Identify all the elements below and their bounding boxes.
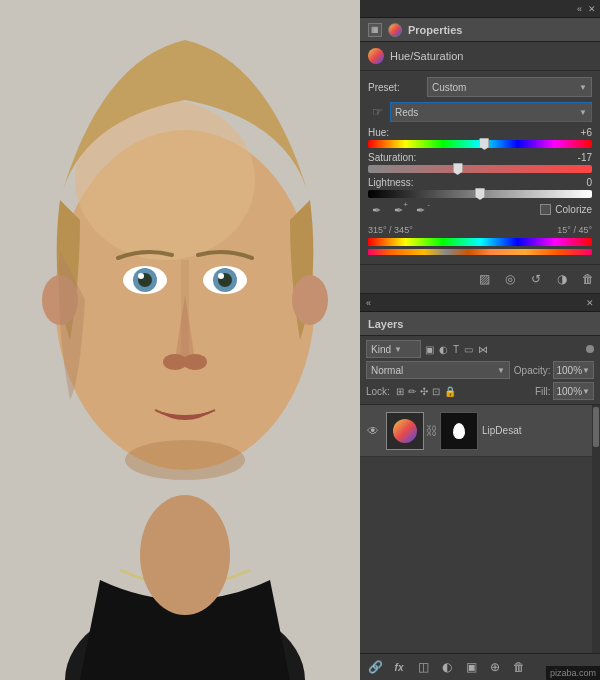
bottom-layer-tools-group: 🔗 fx ◫ ◐ ▣ ⊕ 🗑 bbox=[366, 658, 528, 676]
svg-point-17 bbox=[125, 440, 245, 480]
lock-all-icon[interactable]: 🔒 bbox=[444, 386, 456, 397]
hue-label: Hue: bbox=[368, 127, 389, 138]
lightness-label-row: Lightness: 0 bbox=[368, 177, 592, 188]
mask-white-spot bbox=[453, 423, 465, 439]
photo-background bbox=[0, 0, 370, 680]
lock-move-icon[interactable]: ✣ bbox=[420, 386, 428, 397]
type-filter-icon[interactable]: T bbox=[453, 344, 459, 355]
lock-position-icon[interactable]: ✏ bbox=[408, 386, 416, 397]
saturation-label: Saturation: bbox=[368, 152, 416, 163]
layers-controls: Kind ▼ ▣ ◐ T ▭ ⋈ Normal ▼ bbox=[360, 336, 600, 405]
kind-select[interactable]: Kind ▼ bbox=[366, 340, 421, 358]
layer-mask-thumbnail bbox=[440, 412, 478, 450]
svg-point-10 bbox=[138, 273, 144, 279]
lock-fill-row: Lock: ⊞ ✏ ✣ ⊡ 🔒 Fill: 100% ▼ bbox=[366, 382, 594, 400]
layer-filter-icons: ▣ ◐ T ▭ ⋈ bbox=[425, 344, 582, 355]
layer-visibility-toggle[interactable]: 👁 bbox=[364, 424, 382, 438]
eyedropper-icon[interactable]: ✒ bbox=[368, 202, 384, 218]
lock-artboard-icon[interactable]: ⊡ bbox=[432, 386, 440, 397]
layers-title-bar: « ✕ bbox=[360, 294, 600, 312]
properties-title-bar: « ✕ bbox=[360, 0, 600, 18]
adjustment-layer-thumbnail bbox=[386, 412, 424, 450]
properties-panel-header: ▦ ● Properties bbox=[360, 18, 600, 42]
lightness-slider-thumb[interactable] bbox=[475, 188, 485, 200]
hs-thumb-icon bbox=[393, 419, 417, 443]
blend-mode-select[interactable]: Normal ▼ bbox=[366, 361, 510, 379]
lock-icons-group: ⊞ ✏ ✣ ⊡ 🔒 bbox=[396, 386, 456, 397]
lightness-slider-row: Lightness: 0 bbox=[368, 177, 592, 198]
eyedropper-plus-icon[interactable]: ✒+ bbox=[390, 202, 406, 218]
fill-label: Fill: bbox=[535, 386, 551, 397]
layers-close-icon[interactable]: ✕ bbox=[586, 298, 594, 308]
layer-fx-button[interactable]: fx bbox=[390, 658, 408, 676]
opacity-arrow-icon: ▼ bbox=[582, 366, 590, 375]
panel-circle-icon: ● bbox=[388, 23, 402, 37]
opacity-label: Opacity: bbox=[514, 365, 551, 376]
mask-bottom-tool[interactable]: ▨ bbox=[474, 269, 494, 289]
svg-point-14 bbox=[218, 273, 224, 279]
lightness-value: 0 bbox=[567, 177, 592, 188]
preset-arrow-icon: ▼ bbox=[579, 83, 587, 92]
channel-row: ☞ Reds ▼ bbox=[368, 102, 592, 122]
channel-select[interactable]: Reds ▼ bbox=[390, 102, 592, 122]
delete-bottom-tool[interactable]: 🗑 bbox=[578, 269, 598, 289]
close-icon[interactable]: ✕ bbox=[588, 4, 596, 14]
adjustment-filter-icon[interactable]: ◐ bbox=[439, 344, 448, 355]
new-group-button[interactable]: ▣ bbox=[462, 658, 480, 676]
kind-label: Kind bbox=[371, 344, 391, 355]
lock-pixels-icon[interactable]: ⊞ bbox=[396, 386, 404, 397]
opacity-input[interactable]: 100% ▼ bbox=[553, 361, 595, 379]
channel-mask-bottom-tool[interactable]: ◑ bbox=[552, 269, 572, 289]
visibility-bottom-tool[interactable]: ◎ bbox=[500, 269, 520, 289]
degree-row: 315° / 345° 15° / 45° bbox=[368, 225, 592, 235]
preset-select[interactable]: Custom ▼ bbox=[427, 77, 592, 97]
kind-arrow-icon: ▼ bbox=[394, 345, 402, 354]
degree-left: 315° / 345° bbox=[368, 225, 413, 235]
hue-slider-thumb[interactable] bbox=[479, 138, 489, 150]
delete-layer-button[interactable]: 🗑 bbox=[510, 658, 528, 676]
opacity-group: Opacity: 100% ▼ bbox=[514, 361, 594, 379]
filter-toggle[interactable] bbox=[586, 345, 594, 353]
new-layer-button[interactable]: ⊕ bbox=[486, 658, 504, 676]
pixel-filter-icon[interactable]: ▣ bbox=[425, 344, 434, 355]
layers-scrollbar[interactable] bbox=[592, 405, 600, 653]
adjustment-type-label: Hue/Saturation bbox=[390, 50, 463, 62]
layers-collapse-icon[interactable]: « bbox=[366, 298, 371, 308]
fill-value: 100% bbox=[557, 386, 583, 397]
reset-bottom-tool[interactable]: ↺ bbox=[526, 269, 546, 289]
saturation-slider-row: Saturation: -17 bbox=[368, 152, 592, 173]
svg-point-6 bbox=[292, 275, 328, 325]
hue-value: +6 bbox=[567, 127, 592, 138]
eyedropper-tools: ✒ ✒+ ✒- bbox=[368, 202, 428, 218]
smart-filter-icon[interactable]: ⋈ bbox=[478, 344, 488, 355]
layer-item[interactable]: 👁 ⛓ LipDesat bbox=[360, 405, 600, 457]
collapse-icon[interactable]: « bbox=[577, 4, 582, 14]
layers-panel: Layers Kind ▼ ▣ ◐ T ▭ ⋈ bbox=[360, 312, 600, 680]
svg-point-2 bbox=[140, 495, 230, 615]
scroll-thumb[interactable] bbox=[593, 407, 599, 447]
hue-slider-track[interactable] bbox=[368, 140, 592, 148]
preset-value: Custom bbox=[432, 82, 466, 93]
spectrum-bar-original bbox=[368, 238, 592, 246]
properties-bottom-tools: ▨ ◎ ↺ ◑ 🗑 bbox=[360, 264, 600, 293]
spectrum-bar-adjusted bbox=[368, 249, 592, 255]
finger-tool-icon[interactable]: ☞ bbox=[368, 103, 386, 121]
saturation-slider-thumb[interactable] bbox=[453, 163, 463, 175]
lightness-slider-track[interactable] bbox=[368, 190, 592, 198]
add-mask-button[interactable]: ◫ bbox=[414, 658, 432, 676]
watermark: pizaba.com bbox=[546, 666, 600, 680]
blend-mode-value: Normal bbox=[371, 365, 403, 376]
fill-arrow-icon: ▼ bbox=[582, 387, 590, 396]
panel-grid-icon: ▦ bbox=[368, 23, 382, 37]
add-adjustment-button[interactable]: ◐ bbox=[438, 658, 456, 676]
eyedropper-minus-icon[interactable]: ✒- bbox=[412, 202, 428, 218]
saturation-slider-track[interactable] bbox=[368, 165, 592, 173]
panels-container: « ✕ ▦ ● Properties Hue/Saturation Preset… bbox=[360, 0, 600, 680]
shape-filter-icon[interactable]: ▭ bbox=[464, 344, 473, 355]
colorize-checkbox[interactable] bbox=[540, 204, 551, 215]
saturation-label-row: Saturation: -17 bbox=[368, 152, 592, 163]
fill-input[interactable]: 100% ▼ bbox=[553, 382, 595, 400]
lock-label: Lock: bbox=[366, 386, 390, 397]
link-layers-button[interactable]: 🔗 bbox=[366, 658, 384, 676]
layers-panel-header: Layers bbox=[360, 312, 600, 336]
